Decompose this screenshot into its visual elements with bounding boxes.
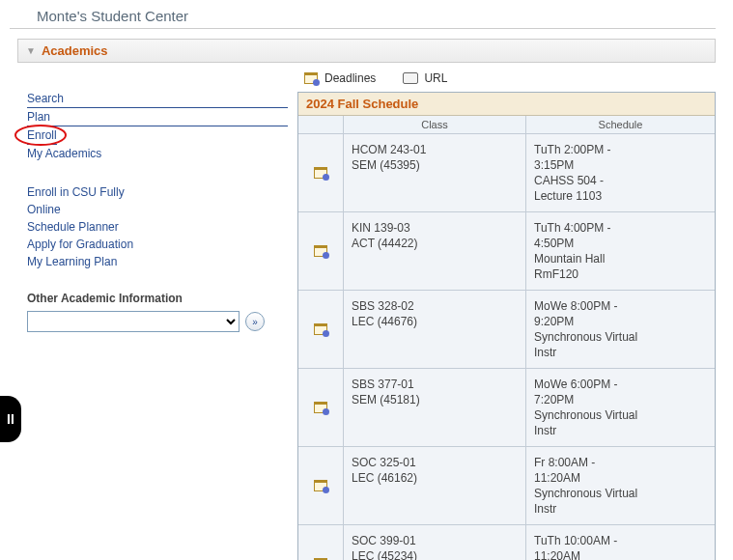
- nav-enroll[interactable]: Enroll: [27, 126, 57, 145]
- schedule-row: HCOM 243-01SEM (45395)TuTh 2:00PM -3:15P…: [298, 134, 715, 212]
- schedule-box: 2024 Fall Schedule Class Schedule HCOM 2…: [297, 92, 716, 560]
- main-panel: Deadlines URL 2024 Fall Schedule Class S…: [297, 63, 716, 560]
- calendar-icon: [313, 243, 328, 259]
- schedule-cell: TuTh 10:00AM -11:20AMCAHSS 504 -Lecture …: [525, 525, 715, 560]
- collapse-icon: ▼: [26, 45, 36, 56]
- schedule-header-row: Class Schedule: [298, 116, 715, 134]
- calendar-icon: [313, 322, 328, 337]
- nav-apply-graduation[interactable]: Apply for Graduation: [27, 236, 288, 253]
- row-icon-cell[interactable]: [298, 134, 343, 211]
- calendar-icon: [313, 556, 328, 560]
- nav-search[interactable]: Search: [27, 90, 288, 108]
- col-schedule-header: Schedule: [525, 116, 715, 133]
- tab-url[interactable]: URL: [403, 70, 447, 86]
- section-label: Academics: [42, 43, 108, 58]
- schedule-title: 2024 Fall Schedule: [298, 93, 715, 116]
- class-cell: KIN 139-03ACT (44422): [343, 212, 525, 290]
- other-academic-info-select[interactable]: [27, 311, 240, 332]
- calendar-icon: [313, 400, 328, 415]
- schedule-row: SBS 328-02LEC (44676)MoWe 8:00PM -9:20PM…: [298, 291, 715, 369]
- row-icon-cell[interactable]: [298, 369, 343, 446]
- row-icon-cell[interactable]: [298, 447, 343, 524]
- nav-group-secondary: Enroll in CSU Fully Online Schedule Plan…: [27, 183, 288, 270]
- nav-plan[interactable]: Plan: [27, 108, 288, 126]
- deadlines-icon: [303, 70, 319, 86]
- schedule-row: SOC 399-01LEC (45234)TuTh 10:00AM -11:20…: [298, 525, 715, 560]
- nav-enroll-csu-online[interactable]: Enroll in CSU Fully Online: [27, 183, 143, 218]
- class-cell: SBS 377-01SEM (45181): [343, 369, 525, 446]
- schedule-cell: MoWe 6:00PM -7:20PMSynchronous VirtualIn…: [525, 369, 715, 446]
- calendar-icon: [313, 478, 328, 493]
- tab-deadlines[interactable]: Deadlines: [303, 70, 376, 86]
- pause-icon: II: [7, 411, 14, 427]
- nav-my-learning-plan[interactable]: My Learning Plan: [27, 253, 288, 270]
- sidebar: Search Plan Enroll My Academics Enroll i…: [17, 63, 297, 560]
- row-icon-cell[interactable]: [298, 291, 343, 368]
- schedule-row: SBS 377-01SEM (45181)MoWe 6:00PM -7:20PM…: [298, 369, 715, 447]
- nav-my-academics[interactable]: My Academics: [27, 145, 288, 162]
- url-icon: [403, 70, 418, 86]
- class-cell: HCOM 243-01SEM (45395): [343, 134, 525, 211]
- schedule-row: KIN 139-03ACT (44422)TuTh 4:00PM -4:50PM…: [298, 212, 715, 291]
- row-icon-cell[interactable]: [298, 525, 343, 560]
- pause-tab[interactable]: II: [0, 396, 21, 442]
- go-button[interactable]: »: [245, 312, 265, 331]
- section-header-academics[interactable]: ▼ Academics: [17, 39, 716, 63]
- schedule-cell: TuTh 2:00PM -3:15PMCAHSS 504 -Lecture 11…: [525, 134, 715, 211]
- tab-url-label: URL: [424, 71, 447, 85]
- row-icon-cell[interactable]: [298, 212, 343, 290]
- go-icon: »: [252, 317, 258, 327]
- schedule-cell: MoWe 8:00PM -9:20PMSynchronous VirtualIn…: [525, 291, 715, 368]
- class-cell: SBS 328-02LEC (44676): [343, 291, 525, 368]
- tab-deadlines-label: Deadlines: [324, 71, 376, 85]
- nav-group-primary: Search Plan Enroll My Academics: [27, 90, 288, 162]
- other-academic-info-label: Other Academic Information: [27, 292, 288, 305]
- nav-schedule-planner[interactable]: Schedule Planner: [27, 218, 143, 236]
- schedule-cell: Fr 8:00AM -11:20AMSynchronous VirtualIns…: [525, 447, 715, 524]
- class-cell: SOC 399-01LEC (45234): [343, 525, 525, 560]
- class-cell: SOC 325-01LEC (46162): [343, 447, 525, 524]
- schedule-row: SOC 325-01LEC (46162)Fr 8:00AM -11:20AMS…: [298, 447, 715, 525]
- calendar-icon: [313, 165, 328, 181]
- schedule-cell: TuTh 4:00PM -4:50PMMountain HallRmF120: [525, 212, 715, 290]
- page-title: Monte's Student Center: [10, 0, 716, 29]
- col-class-header: Class: [343, 116, 525, 133]
